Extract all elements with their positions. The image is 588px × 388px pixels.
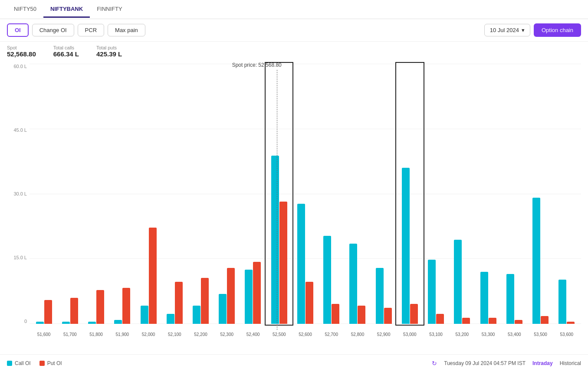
x-label-53200: 53,200 xyxy=(450,332,475,337)
pcr-button[interactable]: PCR xyxy=(78,24,104,36)
put-bar xyxy=(175,282,183,324)
option-chain-button[interactable]: Option chain xyxy=(534,23,581,37)
bar-group-52100 xyxy=(162,64,187,324)
x-label-53300: 53,300 xyxy=(476,332,501,337)
put-oi-legend: Put OI xyxy=(39,360,62,366)
legend: Call OI Put OI xyxy=(7,360,62,366)
put-bar xyxy=(541,316,549,324)
change-oi-button[interactable]: Change OI xyxy=(32,24,74,36)
bar-group-51700 xyxy=(57,64,82,324)
x-label-51800: 51,800 xyxy=(83,332,108,337)
bar-group-53200 xyxy=(450,64,475,324)
total-puts-stat: Total puts 425.39 L xyxy=(96,45,122,58)
date-selector[interactable]: 10 Jul 2024 ▾ xyxy=(484,24,530,36)
call-bar xyxy=(349,244,357,324)
spot-stat: Spot 52,568.80 xyxy=(7,45,36,58)
toolbar: OI Change OI PCR Max pain 10 Jul 2024 ▾ … xyxy=(0,19,588,42)
x-label-53500: 53,500 xyxy=(528,332,553,337)
put-bar xyxy=(410,304,418,324)
x-label-52400: 52,400 xyxy=(240,332,266,337)
tab-finnifty[interactable]: FINNIFTY xyxy=(90,1,129,18)
call-bar xyxy=(428,260,436,324)
bar-group-51800 xyxy=(83,64,108,324)
x-label-51700: 51,700 xyxy=(57,332,82,337)
put-bar xyxy=(515,320,522,324)
bar-group-52600 xyxy=(292,64,318,324)
top-nav: NIFTY50 NIFTYBANK FINNIFTY xyxy=(0,0,588,19)
bar-group-52200 xyxy=(188,64,213,324)
call-bar xyxy=(323,236,331,324)
call-bar xyxy=(454,240,462,324)
x-label-51600: 51,600 xyxy=(31,332,56,337)
call-bar xyxy=(402,168,410,324)
tab-niftybank[interactable]: NIFTYBANK xyxy=(43,1,90,18)
put-bar xyxy=(201,278,209,324)
bar-group-53500 xyxy=(528,64,553,324)
bar-group-51600 xyxy=(31,64,56,324)
bars-container xyxy=(30,64,581,324)
x-label-53600: 53,600 xyxy=(554,332,579,337)
bar-group-53400 xyxy=(502,64,527,324)
put-bar xyxy=(279,202,287,324)
call-bar xyxy=(558,280,566,324)
call-bar xyxy=(36,322,44,324)
call-bar xyxy=(532,198,540,324)
bar-group-52300 xyxy=(214,64,240,324)
y-label-30: 30.0 L xyxy=(13,191,27,196)
put-bar xyxy=(462,318,470,324)
tab-nifty50[interactable]: NIFTY50 xyxy=(7,1,43,18)
total-calls-stat: Total calls 666.34 L xyxy=(53,45,79,58)
x-label-52100: 52,100 xyxy=(162,332,187,337)
put-bar xyxy=(332,304,339,324)
y-axis: 60.0 L 45.0 L 30.0 L 15.0 L 0 xyxy=(7,64,30,324)
bar-group-52400 xyxy=(240,64,266,324)
bar-group-52000 xyxy=(136,64,161,324)
max-pain-button[interactable]: Max pain xyxy=(108,24,145,36)
x-labels: 51,60051,70051,80051,90052,00052,10052,2… xyxy=(30,332,581,337)
put-bar xyxy=(489,318,496,324)
call-oi-legend: Call OI xyxy=(7,360,31,366)
stats-row: Spot 52,568.80 Total calls 666.34 L Tota… xyxy=(0,42,588,59)
call-bar xyxy=(271,156,279,324)
bar-group-53100 xyxy=(424,64,449,324)
put-bar xyxy=(358,306,365,324)
x-label-52900: 52,900 xyxy=(371,332,396,337)
put-bar xyxy=(70,298,78,324)
bar-group-53000 xyxy=(397,64,422,324)
call-bar xyxy=(506,274,514,324)
bar-group-52900 xyxy=(371,64,396,324)
put-bar xyxy=(122,288,130,324)
call-bar xyxy=(376,268,384,324)
x-label-51900: 51,900 xyxy=(110,332,135,337)
put-bar xyxy=(384,308,392,324)
chart-area: 60.0 L 45.0 L 30.0 L 15.0 L 0 51,60051,7… xyxy=(0,59,588,354)
x-label-53000: 53,000 xyxy=(397,332,422,337)
refresh-icon[interactable]: ↻ xyxy=(432,360,437,367)
footer: Call OI Put OI ↻ Tuesday 09 Jul 2024 04:… xyxy=(0,354,588,372)
chevron-down-icon: ▾ xyxy=(522,27,525,33)
call-bar xyxy=(480,272,488,324)
put-bar xyxy=(305,282,313,324)
x-label-53100: 53,100 xyxy=(424,332,449,337)
put-bar xyxy=(567,322,575,324)
y-label-60: 60.0 L xyxy=(13,64,27,69)
bar-group-52800 xyxy=(345,64,370,324)
x-label-52000: 52,000 xyxy=(136,332,161,337)
x-label-52700: 52,700 xyxy=(319,332,344,337)
footer-right: ↻ Tuesday 09 Jul 2024 04:57 PM IST Intra… xyxy=(432,360,581,367)
call-bar xyxy=(62,322,70,324)
oi-button[interactable]: OI xyxy=(7,23,29,37)
chart-wrapper: 60.0 L 45.0 L 30.0 L 15.0 L 0 51,60051,7… xyxy=(7,64,581,337)
x-label-53400: 53,400 xyxy=(502,332,527,337)
bar-group-53300 xyxy=(476,64,501,324)
call-bar xyxy=(219,294,227,324)
bar-group-51900 xyxy=(110,64,135,324)
historical-tab[interactable]: Historical xyxy=(560,360,581,366)
bar-group-52500 xyxy=(266,64,292,324)
intraday-tab[interactable]: Intraday xyxy=(532,360,553,366)
x-label-52200: 52,200 xyxy=(188,332,213,337)
date-label: 10 Jul 2024 xyxy=(490,27,519,33)
call-bar xyxy=(141,306,148,324)
y-label-15: 15.0 L xyxy=(13,255,27,260)
bar-group-52700 xyxy=(319,64,344,324)
